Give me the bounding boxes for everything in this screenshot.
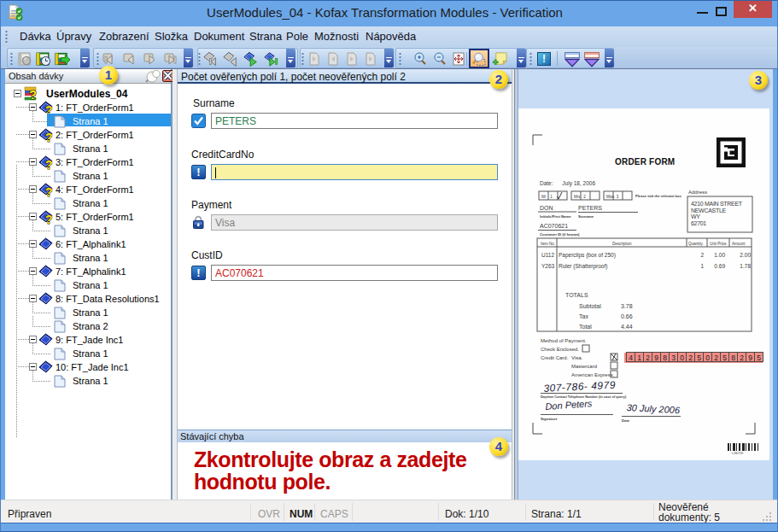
svg-text:?: ?	[45, 185, 53, 199]
svg-text:?: ?	[45, 213, 53, 226]
svg-text:307-786- 4979: 307-786- 4979	[543, 379, 616, 395]
svg-text:?: ?	[29, 87, 37, 101]
svg-text:?: ?	[45, 131, 53, 144]
svg-text:30 July 2006: 30 July 2006	[626, 402, 681, 415]
svg-text:Don Peters: Don Peters	[545, 398, 593, 412]
svg-text:?: ?	[45, 158, 53, 172]
